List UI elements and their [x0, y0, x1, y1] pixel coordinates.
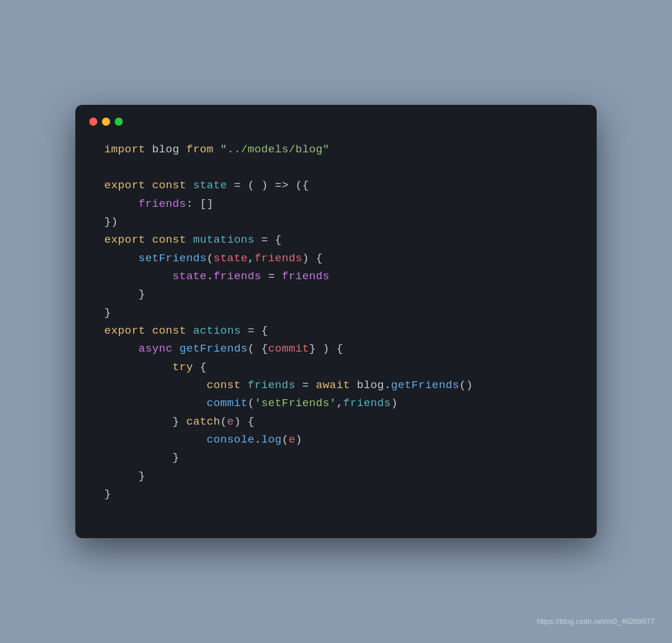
code-line-8: state.friends = friends — [104, 268, 568, 286]
code-line-15: commit('setFriends',friends) — [104, 394, 568, 412]
code-line-9: } — [104, 286, 568, 304]
code-line-6: export const mutations = { — [104, 231, 568, 249]
minimize-button[interactable] — [102, 118, 110, 126]
code-line-14: const friends = await blog.getFriends() — [104, 377, 568, 394]
code-line-4: friends: [] — [104, 195, 568, 213]
code-window: import blog from "../models/blog" export… — [75, 105, 597, 539]
code-line-20: } — [104, 485, 568, 503]
code-line-11: export const actions = { — [104, 322, 568, 340]
code-line-13: try { — [104, 359, 568, 377]
close-button[interactable] — [89, 118, 97, 126]
code-line-7: setFriends(state,friends) { — [104, 250, 568, 268]
code-line-3: export const state = ( ) => ({ — [104, 177, 568, 195]
window-titlebar — [75, 105, 597, 135]
code-block: import blog from "../models/blog" export… — [75, 135, 597, 516]
code-line-12: async getFriends( {commit} ) { — [104, 340, 568, 358]
code-line-17: console.log(e) — [104, 431, 568, 449]
code-line-19: } — [104, 467, 568, 485]
code-line-1: import blog from "../models/blog" — [104, 141, 568, 159]
maximize-button[interactable] — [115, 118, 123, 126]
code-line-16: } catch(e) { — [104, 413, 568, 431]
code-line-5: }) — [104, 213, 568, 231]
code-line-10: } — [104, 304, 568, 322]
watermark-text: https://blog.csdn.net/m0_46269977 — [537, 617, 655, 626]
code-line-18: } — [104, 449, 568, 467]
